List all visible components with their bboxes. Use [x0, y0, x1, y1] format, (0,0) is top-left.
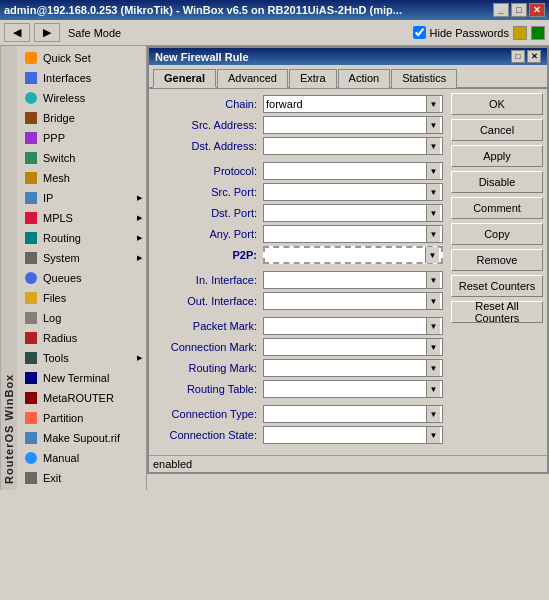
dropdown-arrow-packetMark[interactable]: ▼ [426, 318, 440, 334]
sidebar-item-files[interactable]: Files [17, 288, 146, 308]
form-row-connectionType: Connection Type:▼ [153, 405, 443, 423]
dialog-title-buttons[interactable]: □ ✕ [511, 50, 541, 63]
sidebar-item-system[interactable]: System [17, 248, 146, 268]
dropdown-arrow-dstPort[interactable]: ▼ [426, 205, 440, 221]
dropdown-dstAddress[interactable]: ▼ [263, 137, 443, 155]
form-row-routingMark: Routing Mark:▼ [153, 359, 443, 377]
dropdown-protocol[interactable]: ▼ [263, 162, 443, 180]
tab-statistics[interactable]: Statistics [391, 69, 457, 88]
dropdown-chain[interactable]: forward▼ [263, 95, 443, 113]
dropdown-arrow-chain[interactable]: ▼ [426, 96, 440, 112]
sidebar-label-routing: Routing [43, 232, 142, 244]
label-connectionState: Connection State: [153, 429, 263, 441]
make-supout-icon [23, 430, 39, 446]
minimize-button[interactable]: _ [493, 3, 509, 17]
form-row-outInterface: Out. Interface:▼ [153, 292, 443, 310]
apply-button[interactable]: Apply [451, 145, 543, 167]
title-text: admin@192.168.0.253 (MikroTik) - WinBox … [4, 4, 402, 16]
sidebar-item-switch[interactable]: Switch [17, 148, 146, 168]
tab-advanced[interactable]: Advanced [217, 69, 288, 88]
close-button[interactable]: ✕ [529, 3, 545, 17]
ok-button[interactable]: OK [451, 93, 543, 115]
dropdown-dstPort[interactable]: ▼ [263, 204, 443, 222]
dropdown-arrow-routingTable[interactable]: ▼ [426, 381, 440, 397]
switch-icon [23, 150, 39, 166]
toolbar: ◀ ▶ Safe Mode Hide Passwords [0, 20, 549, 46]
dropdown-connectionMark[interactable]: ▼ [263, 338, 443, 356]
back-button[interactable]: ◀ [4, 23, 30, 42]
sidebar-item-mesh[interactable]: Mesh [17, 168, 146, 188]
dropdown-arrow-srcAddress[interactable]: ▼ [426, 117, 440, 133]
dropdown-arrow-outInterface[interactable]: ▼ [426, 293, 440, 309]
sidebar-item-exit[interactable]: Exit [17, 468, 146, 488]
dropdown-connectionType[interactable]: ▼ [263, 405, 443, 423]
dropdown-routingTable[interactable]: ▼ [263, 380, 443, 398]
dropdown-arrow-srcPort[interactable]: ▼ [426, 184, 440, 200]
dropdown-anyPort[interactable]: ▼ [263, 225, 443, 243]
sidebar-item-routing[interactable]: Routing [17, 228, 146, 248]
forward-button[interactable]: ▶ [34, 23, 60, 42]
sidebar-item-wireless[interactable]: Wireless [17, 88, 146, 108]
sidebar-item-manual[interactable]: Manual [17, 448, 146, 468]
dropdown-arrow-routingMark[interactable]: ▼ [426, 360, 440, 376]
sidebar-label-tools: Tools [43, 352, 142, 364]
dropdown-arrow-connectionType[interactable]: ▼ [426, 406, 440, 422]
copy-button[interactable]: Copy [451, 223, 543, 245]
hide-passwords-checkbox[interactable] [413, 26, 426, 39]
label-routingTable: Routing Table: [153, 383, 263, 395]
remove-button[interactable]: Remove [451, 249, 543, 271]
dialog-title-bar: New Firewall Rule □ ✕ [149, 48, 547, 65]
dialog-close-button[interactable]: ✕ [527, 50, 541, 63]
control-wrapper-packetMark: ▼ [263, 317, 443, 335]
hide-passwords-area: Hide Passwords [413, 26, 545, 40]
dropdown-arrow-inInterface[interactable]: ▼ [426, 272, 440, 288]
reset-all-counters-button[interactable]: Reset All Counters [451, 301, 543, 323]
maximize-button[interactable]: □ [511, 3, 527, 17]
dropdown-arrow-connectionState[interactable]: ▼ [426, 427, 440, 443]
sidebar-item-ip[interactable]: IP [17, 188, 146, 208]
control-wrapper-srcPort: ▼ [263, 183, 443, 201]
sidebar-label-manual: Manual [43, 452, 142, 464]
sidebar-item-queues[interactable]: Queues [17, 268, 146, 288]
dropdown-arrow-protocol[interactable]: ▼ [426, 163, 440, 179]
dropdown-srcAddress[interactable]: ▼ [263, 116, 443, 134]
sidebar-item-metarouter[interactable]: MetaROUTER [17, 388, 146, 408]
sidebar-label-make-supout: Make Supout.rif [43, 432, 142, 444]
sidebar-item-quick-set[interactable]: Quick Set [17, 48, 146, 68]
sidebar-item-new-terminal[interactable]: New Terminal [17, 368, 146, 388]
dropdown-inInterface[interactable]: ▼ [263, 271, 443, 289]
sidebar-item-radius[interactable]: Radius [17, 328, 146, 348]
dropdown-arrow-dstAddress[interactable]: ▼ [426, 138, 440, 154]
sidebar-item-make-supout[interactable]: Make Supout.rif [17, 428, 146, 448]
tab-general[interactable]: General [153, 69, 216, 88]
sidebar-item-ppp[interactable]: PPP [17, 128, 146, 148]
dropdown-p2p[interactable]: ▼ [263, 246, 443, 264]
dropdown-srcPort[interactable]: ▼ [263, 183, 443, 201]
title-bar-buttons[interactable]: _ □ ✕ [493, 3, 545, 17]
dialog-max-button[interactable]: □ [511, 50, 525, 63]
dropdown-routingMark[interactable]: ▼ [263, 359, 443, 377]
reset-counters-button[interactable]: Reset Counters [451, 275, 543, 297]
disable-button[interactable]: Disable [451, 171, 543, 193]
sidebar-item-bridge[interactable]: Bridge [17, 108, 146, 128]
sidebar-item-partition[interactable]: Partition [17, 408, 146, 428]
dropdown-arrow-p2p[interactable]: ▼ [425, 247, 439, 263]
dropdown-outInterface[interactable]: ▼ [263, 292, 443, 310]
cancel-button[interactable]: Cancel [451, 119, 543, 141]
dropdown-packetMark[interactable]: ▼ [263, 317, 443, 335]
dropdown-arrow-anyPort[interactable]: ▼ [426, 226, 440, 242]
content-area: RouterOS WinBox Quick Set Interfaces Wir… [0, 46, 549, 490]
sidebar-item-mpls[interactable]: MPLS [17, 208, 146, 228]
control-wrapper-routingTable: ▼ [263, 380, 443, 398]
routing-icon [23, 230, 39, 246]
tab-action[interactable]: Action [338, 69, 391, 88]
sidebar-item-log[interactable]: Log [17, 308, 146, 328]
form-row-srcAddress: Src. Address:▼ [153, 116, 443, 134]
dropdown-arrow-connectionMark[interactable]: ▼ [426, 339, 440, 355]
comment-button[interactable]: Comment [451, 197, 543, 219]
dropdown-connectionState[interactable]: ▼ [263, 426, 443, 444]
tab-extra[interactable]: Extra [289, 69, 337, 88]
sidebar-item-tools[interactable]: Tools [17, 348, 146, 368]
sidebar-item-interfaces[interactable]: Interfaces [17, 68, 146, 88]
label-outInterface: Out. Interface: [153, 295, 263, 307]
